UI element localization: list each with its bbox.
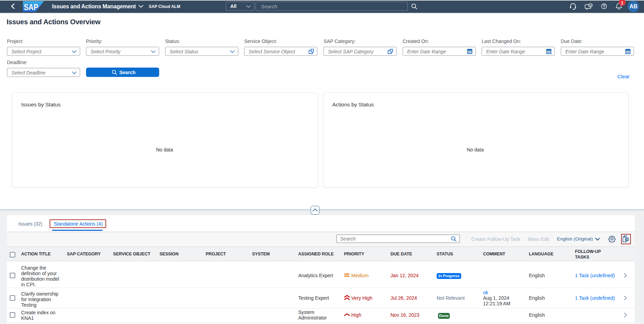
svg-text:SAP: SAP: [24, 2, 38, 12]
